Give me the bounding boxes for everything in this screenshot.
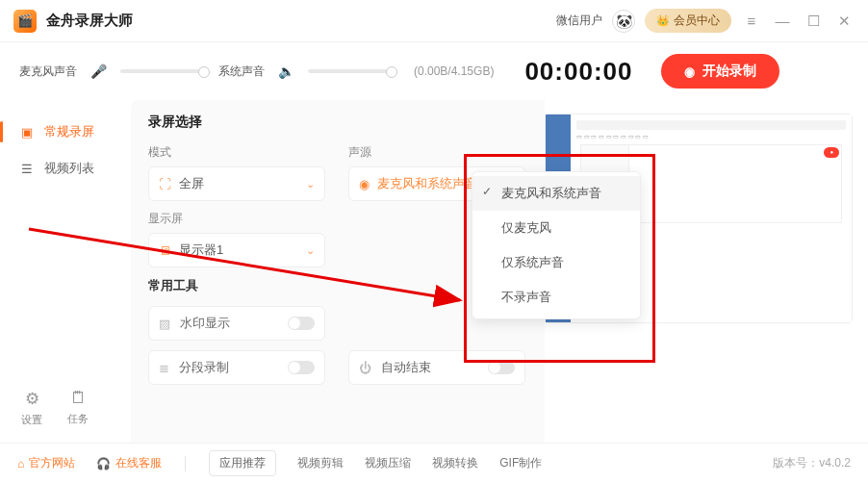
main-panel: 录屏选择 模式 ⛶ 全屏 ⌄ 声源 ◉ 麦克风和系统声音 ⌄ (131, 100, 545, 443)
autoend-toggle-row: ⏻ 自动结束 (348, 350, 525, 385)
segment-toggle[interactable] (288, 361, 315, 374)
footer-recommend[interactable]: 应用推荐 (209, 450, 276, 476)
app-icon (13, 10, 37, 33)
audio-source-icon: ◉ (359, 177, 370, 191)
gear-icon: ⚙ (25, 389, 39, 409)
dropdown-item[interactable]: 不录声音 (472, 280, 640, 315)
dropdown-item[interactable]: 麦克风和系统声音 (472, 176, 640, 211)
power-icon: ⏻ (359, 361, 371, 375)
divider (185, 456, 186, 471)
tasks-button[interactable]: 🗒任务 (67, 389, 89, 427)
maximize-icon[interactable]: ☐ (803, 13, 824, 30)
clipboard-icon: 🗒 (70, 389, 87, 408)
monitor-icon: 🖥 (159, 243, 171, 258)
vip-center-button[interactable]: 会员中心 (645, 9, 731, 33)
segment-icon: ≣ (159, 361, 169, 375)
footer-edit[interactable]: 视频剪辑 (297, 455, 344, 471)
mic-label: 麦克风声音 (19, 64, 77, 80)
mode-label: 模式 (148, 144, 325, 161)
segment-toggle-row: ≣ 分段录制 (148, 350, 325, 385)
wechat-user-label: 微信用户 (556, 13, 602, 29)
section-title: 录屏选择 (148, 114, 525, 131)
headset-icon: 🎧 (96, 457, 111, 470)
storage-text: (0.00B/4.15GB) (414, 64, 494, 78)
footer-compress[interactable]: 视频压缩 (365, 455, 411, 471)
system-slider[interactable] (308, 69, 393, 73)
footer-support[interactable]: 🎧在线客服 (96, 455, 162, 471)
footer-website[interactable]: ⌂官方网站 (17, 455, 75, 471)
start-record-button[interactable]: 开始录制 (661, 54, 779, 89)
sidebar-item-label: 视频列表 (44, 160, 94, 177)
home-icon: ⌂ (17, 457, 24, 470)
watermark-toggle[interactable] (288, 317, 315, 330)
display-label: 显示屏 (148, 211, 325, 227)
camera-icon: ▣ (19, 125, 35, 140)
dropdown-item[interactable]: 仅系统声音 (472, 245, 640, 280)
sidebar-item-normal-record[interactable]: ▣ 常规录屏 (0, 114, 131, 150)
avatar[interactable]: 🐼 (612, 10, 635, 33)
source-dropdown: 麦克风和系统声音 仅麦克风 仅系统声音 不录声音 (472, 171, 641, 319)
record-timer: 00:00:00 (524, 57, 632, 87)
menu-icon[interactable]: ≡ (741, 13, 762, 29)
tools-title: 常用工具 (148, 277, 525, 294)
watermark-icon: ▨ (159, 317, 170, 331)
dropdown-item[interactable]: 仅麦克风 (472, 211, 640, 245)
list-icon: ☰ (19, 162, 35, 176)
display-select[interactable]: 🖥 显示器1 ⌄ (148, 233, 325, 267)
sidebar-item-label: 常规录屏 (44, 123, 94, 140)
settings-button[interactable]: ⚙设置 (21, 389, 42, 427)
minimize-icon[interactable]: — (772, 13, 793, 29)
titlebar: 金舟录屏大师 微信用户 🐼 会员中心 ≡ — ☐ ✕ (0, 0, 868, 42)
mic-slider[interactable] (120, 69, 205, 73)
sidebar-item-video-list[interactable]: ☰ 视频列表 (0, 150, 131, 187)
speaker-icon[interactable]: 🔈 (278, 64, 294, 79)
footer-convert[interactable]: 视频转换 (432, 455, 478, 471)
close-icon[interactable]: ✕ (833, 13, 855, 30)
audio-bar: 麦克风声音 🎤 系统声音 🔈 (0.00B/4.15GB) 00:00:00 开… (0, 42, 868, 100)
chevron-down-icon: ⌄ (306, 178, 315, 191)
fullscreen-icon: ⛶ (159, 177, 171, 191)
system-audio-label: 系统声音 (218, 64, 265, 80)
footer-gif[interactable]: GIF制作 (499, 455, 542, 471)
autoend-toggle[interactable] (488, 361, 515, 374)
sidebar: ▣ 常规录屏 ☰ 视频列表 ⚙设置 🗒任务 (0, 100, 131, 443)
watermark-toggle-row: ▨ 水印显示 (148, 306, 325, 341)
chevron-down-icon: ⌄ (306, 244, 315, 257)
version-text: 版本号：v4.0.2 (773, 455, 851, 471)
app-title: 金舟录屏大师 (46, 12, 133, 30)
mode-select[interactable]: ⛶ 全屏 ⌄ (148, 166, 325, 201)
mic-icon[interactable]: 🎤 (90, 64, 107, 79)
footer: ⌂官方网站 🎧在线客服 应用推荐 视频剪辑 视频压缩 视频转换 GIF制作 版本… (0, 443, 868, 483)
source-label: 声源 (348, 144, 525, 161)
